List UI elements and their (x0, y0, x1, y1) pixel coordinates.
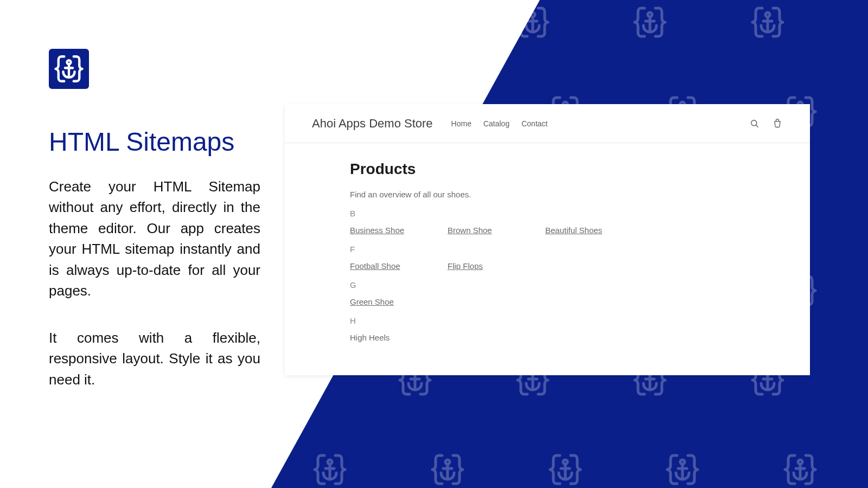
anchor-braces-icon (750, 5, 785, 42)
store-body: Products Find an overview of all our sho… (285, 143, 810, 342)
cart-icon[interactable] (772, 118, 783, 129)
product-link[interactable]: Football Shoe (350, 261, 400, 271)
product-link[interactable]: High Heels (350, 333, 390, 342)
anchor-braces-icon (430, 452, 465, 489)
app-logo (49, 49, 89, 89)
nav-home[interactable]: Home (451, 119, 471, 128)
nav-contact[interactable]: Contact (521, 119, 547, 128)
store-header: Ahoi Apps Demo Store Home Catalog Contac… (285, 104, 810, 143)
store-nav: Home Catalog Contact (451, 119, 548, 128)
anchor-braces-icon (515, 5, 550, 42)
demo-store-screenshot: Ahoi Apps Demo Store Home Catalog Contac… (285, 104, 810, 375)
store-name: Ahoi Apps Demo Store (312, 117, 433, 131)
page-root: HTML Sitemaps Create your HTML Sitemap w… (0, 0, 868, 488)
svg-point-1 (413, 12, 417, 17)
anchor-braces-icon (633, 5, 667, 42)
svg-line-38 (756, 125, 758, 127)
group-b: B Business Shoe Brown Shoe Beautiful Sho… (350, 209, 745, 235)
products-subtext: Find an overview of all our shoes. (350, 190, 745, 199)
marketing-paragraph-2: It comes with a flexible, responsive lay… (49, 328, 260, 390)
anchor-braces-icon (398, 5, 432, 42)
marketing-left-column: HTML Sitemaps Create your HTML Sitemap w… (49, 49, 260, 390)
group-b-label: B (350, 209, 745, 218)
search-icon[interactable] (749, 118, 760, 129)
group-g: G Green Shoe (350, 280, 745, 306)
group-h: H High Heels (350, 316, 745, 342)
anchor-braces-icon (783, 452, 818, 489)
product-link[interactable]: Green Shoe (350, 297, 394, 306)
anchor-braces-icon (548, 452, 583, 489)
svg-point-0 (295, 12, 299, 17)
store-header-actions (749, 118, 783, 129)
product-link[interactable]: Flip Flops (448, 261, 483, 271)
marketing-paragraph-1: Create your HTML Sitemap without any eff… (49, 176, 260, 301)
anchor-braces-icon (665, 452, 700, 489)
product-link[interactable]: Business Shoe (350, 226, 404, 235)
group-f: F Football Shoe Flip Flops (350, 245, 745, 271)
svg-point-37 (751, 120, 757, 125)
product-link[interactable]: Brown Shoe (448, 226, 492, 235)
group-h-label: H (350, 316, 745, 325)
product-link[interactable]: Beautiful Shoes (545, 226, 602, 235)
anchor-braces-icon (280, 5, 315, 42)
anchor-braces-icon (312, 452, 347, 489)
group-f-label: F (350, 245, 745, 254)
page-title: HTML Sitemaps (49, 127, 260, 157)
products-heading: Products (350, 160, 745, 178)
group-g-label: G (350, 280, 745, 290)
nav-catalog[interactable]: Catalog (483, 119, 509, 128)
